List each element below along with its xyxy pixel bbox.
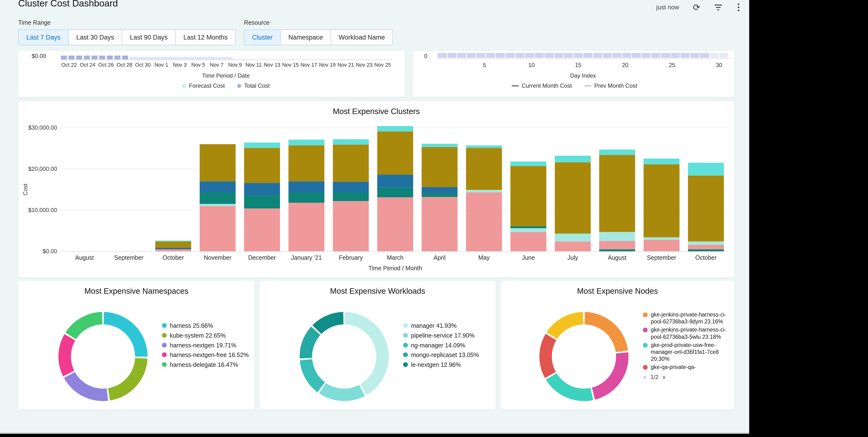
legend-item-harness-delegate[interactable]: harness-delegate 16.47% xyxy=(162,361,258,369)
bar-segment-march-olive[interactable] xyxy=(377,131,413,175)
strip-segment[interactable] xyxy=(525,53,534,58)
bar-segment-july-cyan[interactable] xyxy=(555,156,591,162)
donut-slice-harness-nextgen[interactable] xyxy=(64,372,108,401)
refresh-icon[interactable]: ⟳ xyxy=(693,3,700,12)
strip-segment[interactable] xyxy=(554,53,563,58)
strip-segment[interactable] xyxy=(535,53,544,58)
total-cost-bar[interactable] xyxy=(107,56,113,59)
bar-segment-august-olive[interactable] xyxy=(599,155,635,232)
legend-page-down-icon[interactable]: ∨ xyxy=(662,374,666,379)
bar-segment-august-cyan[interactable] xyxy=(599,150,635,155)
strip-segment[interactable] xyxy=(603,53,612,58)
strip-segment[interactable] xyxy=(642,53,651,58)
bar-segment-february-blue[interactable] xyxy=(333,182,369,192)
strip-segment[interactable] xyxy=(690,53,700,58)
bar-segment-may-cyan[interactable] xyxy=(466,146,502,148)
donut-slice-harness[interactable] xyxy=(104,312,148,357)
strip-segment[interactable] xyxy=(545,53,554,58)
legend-item-mongo-replicaset[interactable]: mongo-replicaset 13.05% xyxy=(403,351,499,359)
legend-item-manager[interactable]: manager 41.93% xyxy=(403,322,499,330)
bar-segment-october-olive[interactable] xyxy=(688,176,724,242)
bar-segment-april-blue[interactable] xyxy=(422,187,458,194)
bar-segment-february-salmon[interactable] xyxy=(333,201,369,251)
bar-segment-october-teal[interactable] xyxy=(688,249,724,251)
time-range-option-last-12-months[interactable]: Last 12 Months xyxy=(175,29,236,45)
bar-segment-june-cyan[interactable] xyxy=(510,161,546,166)
total-cost-bar[interactable] xyxy=(115,56,121,59)
donut-slice-gke-jenkins-private-harness-ci-pool-6273[interactable] xyxy=(592,352,628,400)
strip-segment[interactable] xyxy=(486,53,495,58)
bar-segment-october-salmon[interactable] xyxy=(688,245,724,249)
bar-segment-september-mint[interactable] xyxy=(644,238,680,240)
bar-segment-september-cyan[interactable] xyxy=(644,159,680,164)
bar-segment-july-mint[interactable] xyxy=(555,233,591,242)
bar-segment-january-21-cyan[interactable] xyxy=(288,140,324,146)
total-cost-bar[interactable] xyxy=(76,56,82,59)
total-cost-bar[interactable] xyxy=(61,56,67,59)
strip-segment[interactable] xyxy=(564,53,573,58)
legend-item-harness-nextgen[interactable]: harness-nextgen 19.71% xyxy=(162,341,258,349)
bar-segment-february-cyan[interactable] xyxy=(333,139,369,145)
bar-segment-march-salmon[interactable] xyxy=(377,197,413,251)
bar-segment-april-salmon[interactable] xyxy=(422,197,458,251)
bar-segment-november-teal[interactable] xyxy=(200,192,236,204)
bar-segment-june-teal[interactable] xyxy=(510,226,546,228)
legend-item-gke-jenkins-private-harness-ci-pool-6273[interactable]: gke-jenkins-private-harness-ci-pool-6273… xyxy=(643,311,729,325)
strip-segment[interactable] xyxy=(680,53,689,58)
strip-segment[interactable] xyxy=(574,53,583,58)
strip-segment[interactable] xyxy=(613,53,622,58)
strip-segment[interactable] xyxy=(661,53,670,58)
bar-segment-april-cyan[interactable] xyxy=(422,144,458,147)
bar-segment-september-salmon[interactable] xyxy=(644,240,680,251)
total-cost-bar[interactable] xyxy=(122,56,128,59)
legend-item-gke-prod-private-usw-free-manager-onl-d3[interactable]: gke-prod-private-usw-free-manager-onl-d3… xyxy=(643,342,729,363)
resource-option-workload-name[interactable]: Workload Name xyxy=(331,29,393,45)
bar-segment-january-21-salmon[interactable] xyxy=(288,203,324,251)
bar-segment-june-mint[interactable] xyxy=(510,228,546,232)
donut-slice-manager[interactable] xyxy=(345,312,389,395)
strip-segment[interactable] xyxy=(593,53,602,58)
bar-segment-june-salmon[interactable] xyxy=(510,232,546,251)
legend-item-current-month-cost[interactable]: Current Month Cost xyxy=(512,83,572,89)
legend-item-kube-system[interactable]: kube-system 22.65% xyxy=(162,332,258,339)
legend-item-le-nextgen[interactable]: le-nextgen 12.96% xyxy=(403,361,499,369)
legend-item-ng-manager[interactable]: ng-manager 14.09% xyxy=(403,341,499,349)
bar-segment-july-salmon[interactable] xyxy=(555,242,591,251)
strip-segment[interactable] xyxy=(632,53,641,58)
legend-item-prev-month-cost[interactable]: Prev Month Cost xyxy=(584,83,637,89)
strip-segment[interactable] xyxy=(710,53,719,58)
bar-segment-august-teal[interactable] xyxy=(599,249,635,251)
bar-segment-january-21-blue[interactable] xyxy=(288,181,324,192)
legend-item-harness[interactable]: harness 25.66% xyxy=(162,322,258,330)
donut-slice-le-nextgen[interactable] xyxy=(312,312,343,334)
strip-segment[interactable] xyxy=(447,53,457,58)
bar-segment-december-cyan[interactable] xyxy=(244,143,280,148)
bar-segment-june-olive[interactable] xyxy=(510,166,546,226)
more-menu-icon[interactable] xyxy=(736,2,741,13)
donut-slice-gke-prod-private-usw-free-manager-onl-d3[interactable] xyxy=(546,373,593,401)
donut-slice-harness-nextgen-free[interactable] xyxy=(58,334,75,376)
legend-item-pipeline-service[interactable]: pipeline-service 17.90% xyxy=(403,332,499,339)
filter-icon[interactable] xyxy=(714,3,722,12)
legend-item-forecast-cost[interactable]: Forecast Cost xyxy=(182,83,225,89)
legend-page-up-icon[interactable]: ∧ xyxy=(643,374,646,379)
strip-segment[interactable] xyxy=(506,53,515,58)
resource-option-namespace[interactable]: Namespace xyxy=(280,29,331,45)
donut-slice-mongo-replicaset[interactable] xyxy=(300,326,320,358)
bar-segment-october-cyan[interactable] xyxy=(155,241,191,241)
bar-segment-may-olive[interactable] xyxy=(466,148,502,190)
bar-segment-august-mint[interactable] xyxy=(599,232,635,241)
bar-segment-october-blue[interactable] xyxy=(155,248,191,249)
bar-segment-december-teal[interactable] xyxy=(244,195,280,209)
bar-segment-july-olive[interactable] xyxy=(555,162,591,233)
strip-segment[interactable] xyxy=(516,53,525,58)
resource-option-cluster[interactable]: Cluster xyxy=(244,29,281,45)
bar-segment-september-olive[interactable] xyxy=(644,164,680,237)
strip-segment[interactable] xyxy=(467,53,476,58)
time-range-option-last-7-days[interactable]: Last 7 Days xyxy=(18,29,69,45)
total-cost-bar[interactable] xyxy=(84,56,90,59)
bar-segment-february-teal[interactable] xyxy=(333,192,369,201)
bar-segment-december-salmon[interactable] xyxy=(244,209,280,251)
bar-segment-february-olive[interactable] xyxy=(333,145,369,182)
donut-slice-pipeline-service[interactable] xyxy=(319,383,365,401)
